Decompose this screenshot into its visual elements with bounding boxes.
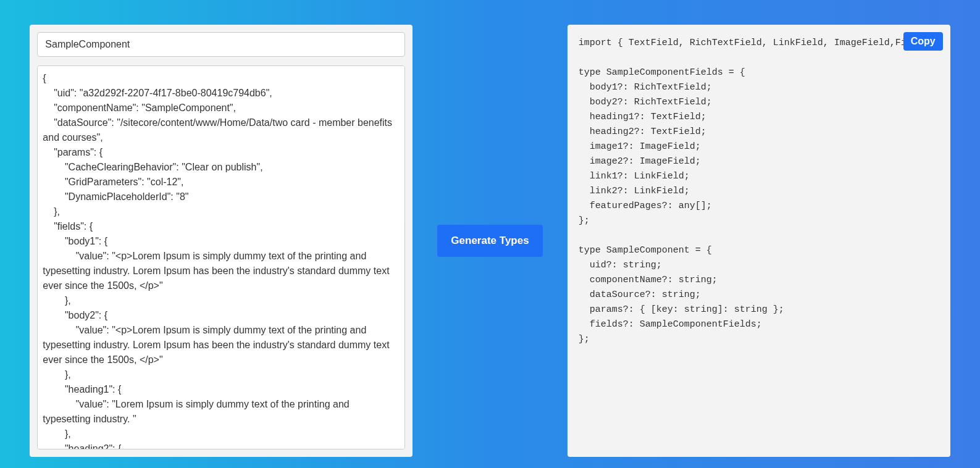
generate-types-button[interactable]: Generate Types [437, 225, 542, 257]
type-output-code: import { TextField, RichTextField, LinkF… [579, 36, 939, 446]
copy-button[interactable]: Copy [903, 32, 943, 51]
output-panel: Copy import { TextField, RichTextField, … [567, 25, 950, 457]
json-input-textarea[interactable] [37, 65, 405, 449]
component-name-input[interactable] [37, 32, 405, 57]
input-panel [30, 25, 413, 457]
center-controls: Generate Types [437, 225, 542, 257]
